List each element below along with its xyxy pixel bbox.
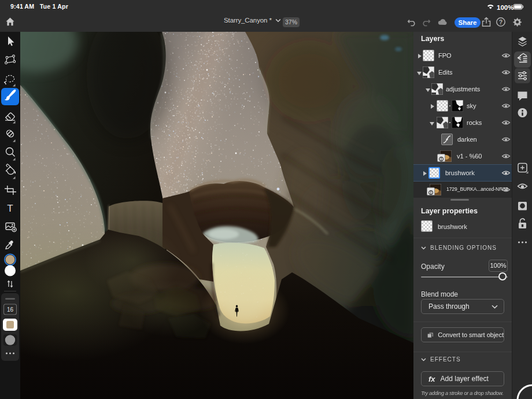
svg-text:?: ? (499, 19, 503, 25)
svg-text:T: T (7, 203, 13, 214)
svg-text:100%: 100% (497, 4, 513, 11)
svg-text:16: 16 (7, 306, 14, 313)
